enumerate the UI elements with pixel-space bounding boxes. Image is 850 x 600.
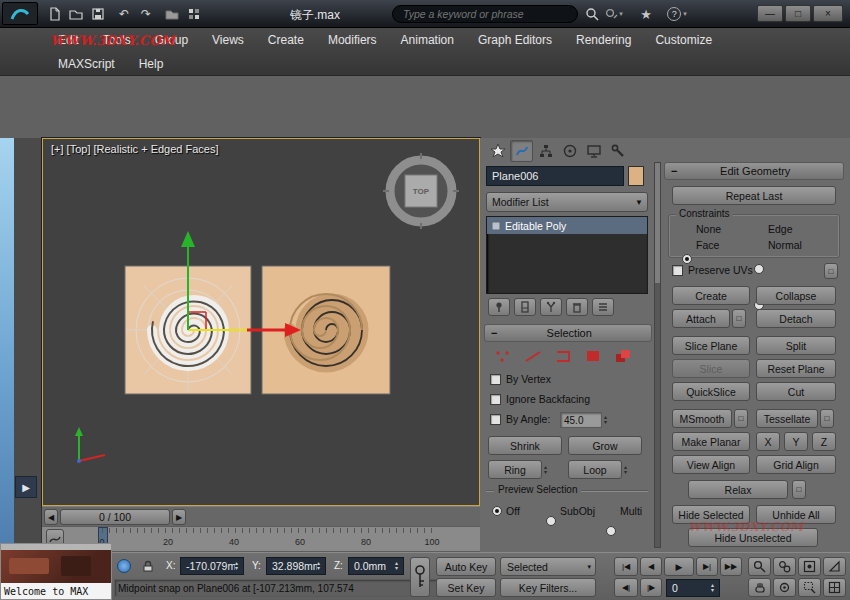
minimize-button[interactable]: — (757, 5, 783, 22)
selection-set-dropdown[interactable]: Selected▾ (500, 557, 596, 576)
help-icon[interactable]: ?▾ (664, 6, 690, 22)
attach-settings-button[interactable]: □ (732, 309, 746, 328)
go-to-start-button[interactable]: |◀ (614, 557, 638, 576)
time-slider-thumb[interactable]: 0 / 100 (60, 509, 170, 525)
relax-button[interactable]: Relax (688, 480, 788, 499)
by-angle-checkbox[interactable] (490, 414, 501, 425)
tessellate-button[interactable]: Tessellate (756, 409, 818, 428)
preview-subobj-radio[interactable] (546, 516, 556, 526)
configure-modifier-sets-button[interactable] (592, 298, 614, 316)
search-input[interactable] (393, 8, 553, 20)
constraint-none-radio[interactable] (682, 254, 692, 264)
z-coord-field[interactable]: 0.0mm▴▾ (348, 557, 404, 575)
viewport-top[interactable]: [+] [Top] [Realistic + Edged Faces] TOP (42, 138, 480, 506)
utilities-panel-icon[interactable] (606, 140, 629, 162)
3dsmax-logo[interactable] (2, 2, 38, 25)
maximize-button[interactable]: □ (785, 5, 811, 22)
quickslice-button[interactable]: QuickSlice (672, 382, 750, 401)
collapse-button[interactable]: Collapse (756, 286, 836, 305)
selection-rollout-header[interactable]: − Selection (484, 324, 652, 342)
panel-scrollbar[interactable] (654, 162, 661, 548)
z-coord-spinner[interactable]: ▴▾ (395, 561, 398, 571)
menu-create[interactable]: Create (256, 28, 316, 52)
edge-subobject-icon[interactable] (520, 346, 546, 366)
zoom-region-icon[interactable] (798, 578, 821, 597)
go-to-end-button[interactable]: ▶▶ (720, 557, 742, 576)
ring-button[interactable]: Ring (488, 460, 542, 479)
msmooth-button[interactable]: MSmooth (672, 409, 732, 428)
preserve-uvs-checkbox[interactable] (672, 265, 683, 276)
project-folder-button[interactable] (162, 4, 182, 24)
play-animation-button[interactable]: ▶ (664, 557, 694, 576)
y-coord-spinner[interactable]: ▴▾ (317, 561, 320, 571)
create-button[interactable]: Create (672, 286, 750, 305)
constraint-edge-radio[interactable] (754, 264, 764, 274)
menu-views[interactable]: Views (200, 28, 256, 52)
new-scene-button[interactable] (44, 4, 64, 24)
element-subobject-icon[interactable] (610, 346, 636, 366)
zoom-icon[interactable] (748, 557, 771, 576)
zoom-extents-icon[interactable] (798, 557, 821, 576)
zoom-all-icon[interactable] (773, 557, 796, 576)
polygon-subobject-icon[interactable] (580, 346, 606, 366)
pin-stack-button[interactable] (488, 298, 510, 316)
key-filters-button[interactable]: Key Filters... (500, 578, 596, 597)
stack-item-editable-poly[interactable]: Editable Poly (487, 217, 647, 234)
time-slider-track[interactable]: ◀ 0 / 100 ▶ (42, 506, 480, 526)
relax-settings-button[interactable]: □ (792, 480, 806, 499)
edit-geometry-rollout-header[interactable]: − Edit Geometry (664, 162, 844, 180)
hierarchy-panel-icon[interactable] (534, 140, 557, 162)
time-slider-next-arrow[interactable]: ▶ (172, 509, 186, 525)
menu-modifiers[interactable]: Modifiers (316, 28, 389, 52)
set-keys-key-button[interactable] (410, 557, 430, 597)
tessellate-settings-button[interactable]: □ (820, 409, 834, 428)
welcome-window[interactable]: Welcome to MAX (0, 543, 112, 600)
isolate-selection-toggle[interactable] (114, 556, 134, 576)
preview-off-radio[interactable] (492, 506, 502, 516)
maximize-viewport-toggle-icon[interactable] (823, 578, 846, 597)
auto-key-button[interactable]: Auto Key (436, 557, 496, 576)
preview-multi-radio[interactable] (606, 526, 616, 536)
modifier-list-dropdown[interactable]: Modifier List ▼ (486, 192, 648, 212)
loop-spinner[interactable]: ▴▾ (624, 460, 627, 479)
orbit-view-icon[interactable] (773, 578, 796, 597)
make-unique-button[interactable] (540, 298, 562, 316)
expand-panel-arrow-icon[interactable]: ▶ (15, 476, 37, 498)
open-file-button[interactable] (66, 4, 86, 24)
panel-scrollbar-thumb[interactable] (655, 163, 660, 283)
next-key-button[interactable]: |▶ (640, 578, 662, 597)
ignore-backfacing-checkbox[interactable] (490, 394, 501, 405)
next-frame-button[interactable]: ▶| (696, 557, 718, 576)
repeat-last-button[interactable]: Repeat Last (672, 186, 836, 205)
field-of-view-icon[interactable] (823, 557, 846, 576)
msmooth-settings-button[interactable]: □ (734, 409, 748, 428)
make-planar-button[interactable]: Make Planar (672, 432, 750, 451)
reset-plane-button[interactable]: Reset Plane (756, 359, 836, 378)
motion-panel-icon[interactable] (558, 140, 581, 162)
ring-spinner[interactable]: ▴▾ (544, 460, 547, 479)
create-panel-icon[interactable] (486, 140, 509, 162)
viewcube[interactable]: TOP (405, 175, 437, 207)
time-slider-prev-arrow[interactable]: ◀ (44, 509, 58, 525)
current-frame-spinner[interactable]: ▴▾ (711, 583, 714, 593)
border-subobject-icon[interactable] (550, 346, 576, 366)
object-color-swatch[interactable] (628, 166, 644, 186)
search-options-icon[interactable]: ▾ (604, 4, 624, 24)
modifier-stack[interactable]: Editable Poly (486, 216, 648, 294)
loop-button[interactable]: Loop (568, 460, 622, 479)
remove-modifier-button[interactable] (566, 298, 588, 316)
menu-maxscript[interactable]: MAXScript (46, 52, 127, 76)
split-button[interactable]: Split (756, 336, 836, 355)
viewcube-top-label[interactable]: TOP (413, 187, 429, 196)
object-name-field[interactable]: Plane006 (486, 166, 624, 186)
modify-panel-icon[interactable] (510, 140, 533, 162)
x-coord-spinner[interactable]: ▴▾ (235, 561, 238, 571)
vertex-subobject-icon[interactable] (490, 346, 516, 366)
attach-button[interactable]: Attach (672, 309, 730, 328)
make-planar-x-button[interactable]: X (756, 432, 780, 451)
redo-button[interactable]: ↷ (136, 4, 156, 24)
previous-key-button[interactable]: ◀| (614, 578, 638, 597)
viewport-label[interactable]: [+] [Top] [Realistic + Edged Faces] (51, 143, 219, 155)
current-frame-field[interactable]: 0▴▾ (666, 579, 720, 597)
preserve-uvs-settings-button[interactable]: □ (824, 263, 838, 279)
